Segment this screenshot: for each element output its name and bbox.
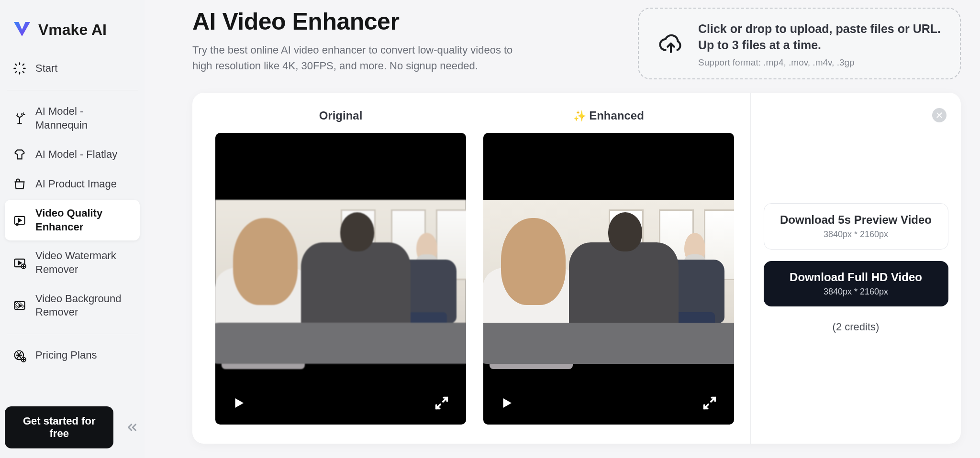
sidebar-item-ai-product-image[interactable]: AI Product Image [5, 170, 140, 198]
sidebar-item-label: AI Product Image [35, 177, 117, 191]
upload-line-1: Click or drop to upload, paste files or … [698, 21, 941, 37]
videos-row [215, 133, 734, 425]
vmake-logo-icon [12, 19, 32, 40]
flatlay-icon [12, 147, 27, 162]
sidebar-item-ai-model-flatlay[interactable]: AI Model - Flatlay [5, 141, 140, 168]
sidebar: Vmake AI Start AI Model - Mannequin [0, 0, 145, 458]
sidebar-item-label: Start [35, 62, 57, 76]
sidebar-item-label: AI Model - Mannequin [35, 105, 132, 132]
get-started-button[interactable]: Get started for free [5, 406, 113, 448]
upload-line-2: Up to 3 files at a time. [698, 37, 941, 54]
sidebar-item-label: Video Watermark Remover [35, 249, 132, 276]
download-preview-resolution: 3840px * 2160px [773, 229, 939, 240]
download-full-button[interactable]: Download Full HD Video 3840px * 2160px [764, 261, 948, 306]
sparkle-loader-icon [12, 61, 27, 76]
sidebar-item-start[interactable]: Start [5, 55, 140, 82]
svg-text:4K: 4K [15, 222, 20, 226]
play-button[interactable] [500, 395, 514, 413]
title-block: AI Video Enhancer Try the best online AI… [192, 8, 527, 74]
download-full-title: Download Full HD Video [772, 271, 940, 284]
app-root: Vmake AI Start AI Model - Mannequin [0, 0, 980, 458]
svg-line-3 [23, 72, 24, 73]
brand-name: Vmake AI [38, 21, 107, 39]
mannequin-icon [12, 111, 27, 126]
compare-panel: Original ✨Enhanced [192, 93, 750, 444]
download-full-resolution: 3840px * 2160px [772, 287, 940, 297]
main-content: AI Video Enhancer Try the best online AI… [145, 0, 980, 458]
product-image-icon [12, 177, 27, 191]
divider [7, 90, 138, 90]
sidebar-item-video-watermark-remover[interactable]: Video Watermark Remover [5, 242, 140, 283]
upload-cloud-icon [658, 31, 684, 58]
upload-dropzone[interactable]: Click or drop to upload, paste files or … [638, 8, 961, 79]
sidebar-item-pricing[interactable]: Pricing Plans [5, 342, 140, 370]
sidebar-item-label: Video Background Remover [35, 292, 132, 319]
brand-logo[interactable]: Vmake AI [5, 11, 140, 55]
credits-note: (2 credits) [833, 321, 880, 333]
play-button[interactable] [232, 395, 246, 413]
compare-labels: Original ✨Enhanced [215, 109, 734, 122]
enhanced-video[interactable] [483, 133, 734, 425]
sidebar-item-video-quality-enhancer[interactable]: 4K Video Quality Enhancer [5, 200, 140, 240]
original-video[interactable] [215, 133, 466, 425]
video-controls [483, 383, 734, 425]
page-description: Try the best online AI video enhancer to… [192, 42, 527, 74]
sidebar-nav: Start AI Model - Mannequin AI Model - Fl… [5, 55, 140, 370]
download-preview-button[interactable]: Download 5s Preview Video 3840px * 2160p… [764, 203, 948, 250]
download-preview-title: Download 5s Preview Video [773, 213, 939, 227]
video-controls [215, 383, 466, 425]
sidebar-footer: Get started for free [5, 406, 140, 448]
sidebar-item-ai-model-mannequin[interactable]: AI Model - Mannequin [5, 98, 140, 139]
sidebar-item-label: Pricing Plans [35, 349, 97, 362]
video-enhancer-icon: 4K [12, 213, 27, 228]
download-panel: Download 5s Preview Video 3840px * 2160p… [750, 93, 961, 444]
original-label: Original [215, 109, 466, 122]
divider [7, 334, 138, 334]
close-panel-button[interactable] [932, 108, 947, 122]
sidebar-item-video-background-remover[interactable]: Video Background Remover [5, 285, 140, 326]
watermark-remover-icon [12, 256, 27, 270]
sidebar-item-label: Video Quality Enhancer [35, 207, 132, 234]
pricing-icon [12, 349, 27, 363]
sparkle-icon: ✨ [573, 110, 586, 122]
background-remover-icon [12, 298, 27, 313]
upload-text: Click or drop to upload, paste files or … [698, 21, 941, 68]
page-title: AI Video Enhancer [192, 8, 527, 35]
fullscreen-button[interactable] [702, 395, 718, 413]
enhanced-label: ✨Enhanced [483, 109, 734, 122]
svg-line-7 [23, 64, 24, 65]
upload-support-formats: Support format: .mp4, .mov, .m4v, .3gp [698, 57, 941, 68]
workspace-card: Original ✨Enhanced [192, 93, 961, 444]
fullscreen-button[interactable] [434, 395, 450, 413]
video-still [215, 200, 466, 358]
sidebar-item-label: AI Model - Flatlay [35, 148, 117, 162]
svg-line-2 [15, 64, 16, 65]
video-still [483, 200, 734, 358]
collapse-sidebar-button[interactable] [124, 419, 140, 436]
header-row: AI Video Enhancer Try the best online AI… [192, 8, 961, 79]
enhanced-label-text: Enhanced [589, 109, 644, 122]
svg-line-6 [15, 72, 16, 73]
